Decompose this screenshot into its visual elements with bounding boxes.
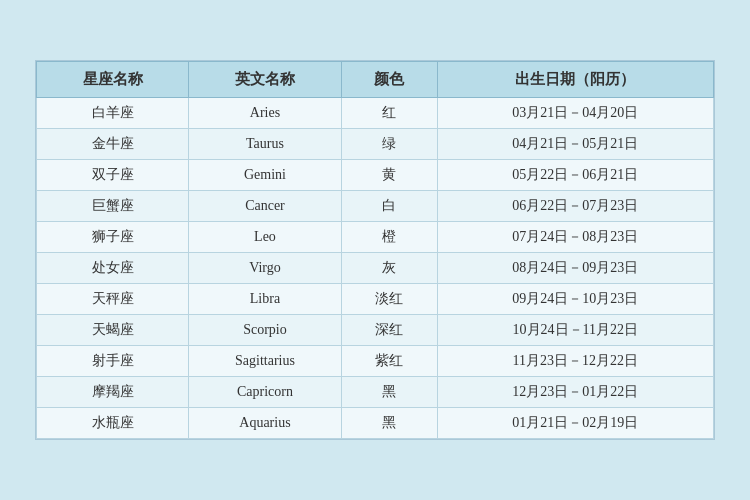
cell-chinese: 金牛座 [37, 129, 189, 160]
table-row: 天蝎座Scorpio深红10月24日－11月22日 [37, 315, 714, 346]
table-row: 水瓶座Aquarius黑01月21日－02月19日 [37, 408, 714, 439]
cell-english: Capricorn [189, 377, 341, 408]
cell-dates: 04月21日－05月21日 [437, 129, 713, 160]
col-header-english: 英文名称 [189, 62, 341, 98]
cell-color: 绿 [341, 129, 437, 160]
table-row: 双子座Gemini黄05月22日－06月21日 [37, 160, 714, 191]
cell-english: Leo [189, 222, 341, 253]
cell-dates: 09月24日－10月23日 [437, 284, 713, 315]
col-header-chinese: 星座名称 [37, 62, 189, 98]
cell-chinese: 天秤座 [37, 284, 189, 315]
table-row: 射手座Sagittarius紫红11月23日－12月22日 [37, 346, 714, 377]
cell-color: 淡红 [341, 284, 437, 315]
zodiac-table: 星座名称 英文名称 颜色 出生日期（阳历） 白羊座Aries红03月21日－04… [36, 61, 714, 439]
cell-chinese: 巨蟹座 [37, 191, 189, 222]
cell-english: Libra [189, 284, 341, 315]
table-row: 白羊座Aries红03月21日－04月20日 [37, 98, 714, 129]
cell-chinese: 水瓶座 [37, 408, 189, 439]
cell-color: 黑 [341, 377, 437, 408]
cell-chinese: 处女座 [37, 253, 189, 284]
cell-dates: 07月24日－08月23日 [437, 222, 713, 253]
cell-chinese: 摩羯座 [37, 377, 189, 408]
cell-color: 深红 [341, 315, 437, 346]
table-row: 天秤座Libra淡红09月24日－10月23日 [37, 284, 714, 315]
cell-chinese: 白羊座 [37, 98, 189, 129]
table-row: 巨蟹座Cancer白06月22日－07月23日 [37, 191, 714, 222]
col-header-dates: 出生日期（阳历） [437, 62, 713, 98]
cell-dates: 06月22日－07月23日 [437, 191, 713, 222]
cell-dates: 10月24日－11月22日 [437, 315, 713, 346]
cell-dates: 05月22日－06月21日 [437, 160, 713, 191]
table-row: 处女座Virgo灰08月24日－09月23日 [37, 253, 714, 284]
cell-english: Cancer [189, 191, 341, 222]
zodiac-table-container: 星座名称 英文名称 颜色 出生日期（阳历） 白羊座Aries红03月21日－04… [35, 60, 715, 440]
cell-dates: 03月21日－04月20日 [437, 98, 713, 129]
cell-color: 黄 [341, 160, 437, 191]
cell-english: Sagittarius [189, 346, 341, 377]
cell-color: 灰 [341, 253, 437, 284]
cell-chinese: 狮子座 [37, 222, 189, 253]
cell-english: Aries [189, 98, 341, 129]
cell-dates: 12月23日－01月22日 [437, 377, 713, 408]
cell-color: 红 [341, 98, 437, 129]
cell-color: 紫红 [341, 346, 437, 377]
cell-chinese: 双子座 [37, 160, 189, 191]
table-header-row: 星座名称 英文名称 颜色 出生日期（阳历） [37, 62, 714, 98]
cell-color: 橙 [341, 222, 437, 253]
table-body: 白羊座Aries红03月21日－04月20日金牛座Taurus绿04月21日－0… [37, 98, 714, 439]
cell-english: Gemini [189, 160, 341, 191]
cell-english: Taurus [189, 129, 341, 160]
table-row: 狮子座Leo橙07月24日－08月23日 [37, 222, 714, 253]
cell-color: 黑 [341, 408, 437, 439]
cell-dates: 08月24日－09月23日 [437, 253, 713, 284]
cell-dates: 11月23日－12月22日 [437, 346, 713, 377]
cell-english: Virgo [189, 253, 341, 284]
cell-chinese: 天蝎座 [37, 315, 189, 346]
cell-dates: 01月21日－02月19日 [437, 408, 713, 439]
col-header-color: 颜色 [341, 62, 437, 98]
table-row: 金牛座Taurus绿04月21日－05月21日 [37, 129, 714, 160]
table-row: 摩羯座Capricorn黑12月23日－01月22日 [37, 377, 714, 408]
cell-color: 白 [341, 191, 437, 222]
cell-english: Aquarius [189, 408, 341, 439]
cell-english: Scorpio [189, 315, 341, 346]
cell-chinese: 射手座 [37, 346, 189, 377]
